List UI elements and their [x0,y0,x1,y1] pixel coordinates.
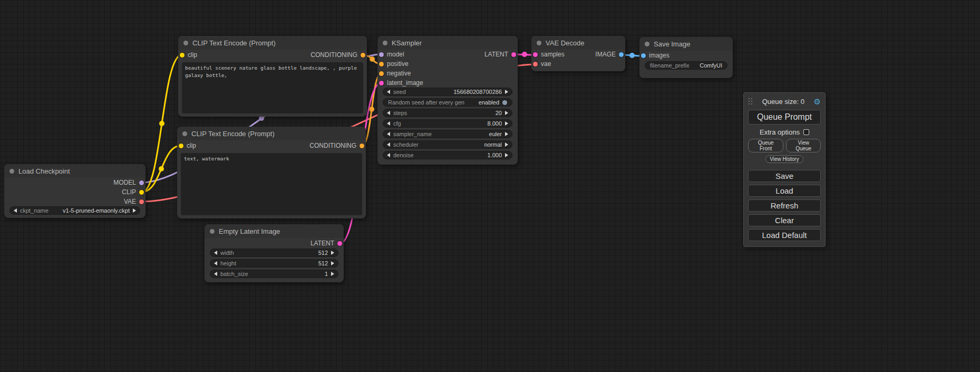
width-widget[interactable]: width 512 [210,249,338,257]
increment-arrow-icon[interactable] [505,142,508,147]
latent-output-slot[interactable] [511,52,516,57]
latent-output-label: LATENT [311,240,334,247]
collapse-dot-icon[interactable] [9,169,14,174]
settings-gear-icon[interactable]: ⚙ [814,98,821,106]
increment-arrow-icon[interactable] [331,261,334,265]
increment-arrow-icon[interactable] [505,90,508,94]
clip-output-label: CLIP [122,188,136,196]
collapse-dot-icon[interactable] [537,41,541,45]
random-seed-toggle-widget[interactable]: Random seed after every gen enabled [383,98,512,107]
seed-widget[interactable]: seed 156680208700286 [383,88,512,96]
node-vae-decode[interactable]: VAE Decode samples IMAGE vae [531,36,625,71]
increment-arrow-icon[interactable] [133,208,136,213]
samples-input-slot[interactable] [533,52,538,57]
clip-negative-title-bar[interactable]: CLIP Text Encode (Prompt) [177,127,366,140]
height-widget[interactable]: height 512 [210,259,338,268]
vae-decode-title-bar[interactable]: VAE Decode [531,36,625,50]
widget-value: 1.000 [487,152,502,158]
node-graph-canvas[interactable]: Load Checkpoint MODEL CLIP VAE ckpt_name… [0,0,980,372]
decrement-arrow-icon[interactable] [214,272,217,276]
vae-input-slot[interactable] [533,62,538,66]
negative-input-slot[interactable] [379,71,384,76]
queue-front-button[interactable]: Queue Front [748,139,783,152]
denoise-widget[interactable]: denoise 1.000 [383,151,512,159]
node-save-image[interactable]: Save Image images filename_prefix ComfyU… [639,37,733,78]
clip-input-slot[interactable] [180,53,185,58]
latent-image-input-slot[interactable] [379,81,384,85]
refresh-button[interactable]: Refresh [748,199,821,212]
model-output-slot[interactable] [139,180,144,185]
load-checkpoint-title-bar[interactable]: Load Checkpoint [4,164,145,178]
decrement-arrow-icon[interactable] [387,121,390,126]
decrement-arrow-icon[interactable] [214,251,217,255]
increment-arrow-icon[interactable] [505,111,508,115]
widget-label: Random seed after every gen [388,99,464,106]
scheduler-widget[interactable]: scheduler normal [383,140,512,149]
positive-input-slot[interactable] [379,62,384,66]
positive-prompt-textarea[interactable]: beautiful scenery nature glass bottle la… [182,62,363,113]
filename-prefix-widget[interactable]: filename_prefix ComfyUI [645,61,727,70]
widget-label: denoise [393,152,414,158]
images-input-slot[interactable] [641,53,646,58]
extra-options-checkbox[interactable] [803,129,809,135]
widget-label: seed [393,89,406,95]
negative-prompt-textarea[interactable]: text, watermark [181,153,362,215]
conditioning-output-slot[interactable] [360,144,364,148]
empty-latent-title-bar[interactable]: Empty Latent Image [205,224,344,238]
increment-arrow-icon[interactable] [505,132,508,136]
toggle-on-indicator-icon[interactable] [502,100,507,105]
cfg-widget[interactable]: cfg 8.000 [383,119,512,128]
increment-arrow-icon[interactable] [505,153,508,157]
collapse-dot-icon[interactable] [645,42,649,46]
widget-value: 512 [318,260,328,266]
collapse-dot-icon[interactable] [210,229,215,234]
queue-prompt-button[interactable]: Queue Prompt [748,110,821,125]
wire-positive-midpoint-dot [370,56,375,62]
decrement-arrow-icon[interactable] [387,142,390,147]
save-image-title-bar[interactable]: Save Image [639,37,733,51]
save-button[interactable]: Save [748,170,821,182]
batch-size-widget[interactable]: batch_size 1 [210,270,338,278]
collapse-dot-icon[interactable] [383,41,387,45]
widget-value: 20 [496,110,502,116]
widget-label: height [220,260,236,266]
increment-arrow-icon[interactable] [331,251,334,255]
node-ksampler[interactable]: KSampler model LATENT positive negative … [377,36,518,165]
clip-input-slot[interactable] [179,144,183,148]
view-history-button[interactable]: View History [765,155,803,163]
conditioning-output-slot[interactable] [361,53,365,58]
vae-input-label: vae [541,60,551,68]
decrement-arrow-icon[interactable] [387,132,390,136]
vae-output-label: VAE [124,198,136,205]
collapse-dot-icon[interactable] [182,131,187,136]
clip-output-slot[interactable] [139,190,144,195]
vae-output-slot[interactable] [139,199,144,204]
widget-label: ckpt_name [20,207,48,214]
view-queue-button[interactable]: View Queue [786,139,821,152]
node-clip-text-encode-negative[interactable]: CLIP Text Encode (Prompt) clip CONDITION… [177,127,366,218]
node-empty-latent-image[interactable]: Empty Latent Image LATENT width 512 heig… [205,224,344,282]
sampler-name-widget[interactable]: sampler_name euler [383,130,512,138]
ksampler-title-bar[interactable]: KSampler [377,36,518,50]
image-output-slot[interactable] [619,52,624,57]
clear-button[interactable]: Clear [748,214,821,226]
increment-arrow-icon[interactable] [505,121,508,126]
decrement-arrow-icon[interactable] [214,261,217,265]
load-button[interactable]: Load [748,185,821,197]
decrement-arrow-icon[interactable] [387,153,390,157]
node-clip-text-encode-positive[interactable]: CLIP Text Encode (Prompt) clip CONDITION… [178,36,367,117]
load-default-button[interactable]: Load Default [748,229,821,241]
drag-handle-icon[interactable] [748,98,753,105]
decrement-arrow-icon[interactable] [387,111,390,115]
clip-positive-title-bar[interactable]: CLIP Text Encode (Prompt) [178,36,367,50]
collapse-dot-icon[interactable] [183,41,188,45]
node-load-checkpoint[interactable]: Load Checkpoint MODEL CLIP VAE ckpt_name… [4,164,145,218]
latent-image-input-label: latent_image [387,79,423,87]
latent-output-slot[interactable] [337,241,342,246]
decrement-arrow-icon[interactable] [387,90,390,94]
steps-widget[interactable]: steps 20 [383,109,512,117]
ckpt-name-widget[interactable]: ckpt_name v1-5-pruned-emaonly.ckpt [9,206,140,215]
model-input-slot[interactable] [379,52,384,57]
increment-arrow-icon[interactable] [331,272,334,276]
decrement-arrow-icon[interactable] [14,208,17,213]
